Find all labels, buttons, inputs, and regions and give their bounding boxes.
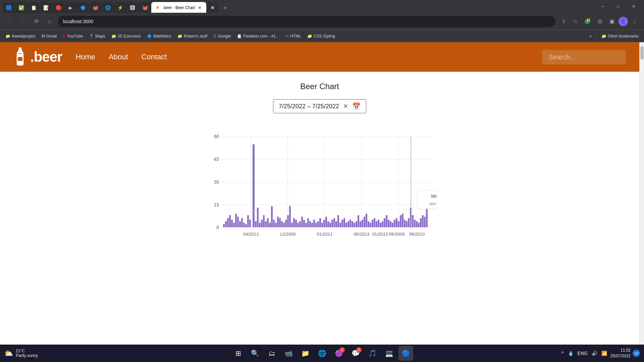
network-icon[interactable]: 📶 [600, 349, 608, 357]
start-button[interactable]: ⊞ [231, 346, 246, 361]
menu-icon[interactable]: ⋮ [629, 16, 640, 27]
system-tray-icon[interactable]: ^ [560, 349, 565, 357]
date-range-clear-button[interactable]: ✕ [343, 103, 348, 110]
beer-chart[interactable]: 0 15 30 45 60 [202, 123, 437, 241]
scrollbar-thumb[interactable] [640, 46, 644, 60]
bookmark-google[interactable]: G Google [211, 32, 233, 41]
svg-rect-62 [311, 223, 313, 228]
refresh-button[interactable]: ⟳ [31, 16, 42, 27]
bookmark-mathletics-icon: 🔷 [147, 34, 152, 39]
nav-contact[interactable]: Contact [142, 51, 167, 63]
tab-7[interactable]: 🔷 [77, 2, 89, 13]
home-button[interactable]: ⌂ [44, 16, 55, 27]
logo-bottle-icon [13, 47, 27, 67]
bookmark-maps[interactable]: 📍 Maps [86, 32, 108, 41]
svg-text:04/2013: 04/2013 [243, 232, 259, 237]
minimize-button[interactable]: ─ [595, 0, 610, 13]
bookmark-other[interactable]: 📁 Other bookmarks [599, 32, 641, 41]
date-range-calendar-icon[interactable]: 📅 [352, 102, 361, 110]
svg-rect-118 [422, 215, 424, 227]
browser-window: 🟦 ✅ 📋 📝 🔴 ▶ 🔷 🐙 🌐 ⚡ 🅰 🐙 🍺 .beer - Beer C… [0, 0, 644, 362]
page-content: .beer Home About Contact Beer Chart 7/25… [0, 42, 644, 345]
nav-home[interactable]: Home [75, 51, 95, 63]
tab-6[interactable]: ▶ [65, 2, 76, 13]
tab-1[interactable]: 🟦 [3, 2, 15, 13]
tab-3[interactable]: 📋 [28, 2, 40, 13]
tab-close-button[interactable]: ✕ [197, 5, 202, 10]
spotify-button[interactable]: 🎵 [365, 346, 380, 361]
notification-center-badge[interactable]: 10 [633, 350, 640, 357]
new-tab-button[interactable]: + [220, 3, 230, 13]
vscode-button[interactable]: 💻 [382, 346, 396, 361]
bookmark-separator [596, 33, 597, 40]
bookmark-youtube[interactable]: ▶ YouTube [60, 32, 86, 41]
extensions-icon[interactable]: 🧩 [582, 16, 593, 27]
taskbar-clock[interactable]: 11:02 25/07/2022 [610, 348, 631, 359]
other-bookmarks-icon: 📁 [601, 34, 606, 39]
profile-avatar[interactable]: 👤 [619, 17, 628, 26]
close-button[interactable]: ✕ [626, 0, 641, 13]
date-range-picker[interactable]: 7/25/2022 – 7/25/2022 ✕ 📅 [273, 99, 366, 113]
svg-rect-115 [416, 221, 418, 227]
task-view-button[interactable]: 🗂 [264, 346, 279, 361]
maximize-button[interactable]: □ [610, 0, 626, 13]
search-button[interactable]: 🔍 [248, 346, 262, 361]
bookmark-roberts-stuff[interactable]: 📁 Robert's stuff [175, 32, 210, 41]
search-input[interactable] [542, 50, 626, 64]
page-scrollbar[interactable] [639, 42, 644, 345]
svg-rect-53 [293, 218, 295, 227]
dropbox-icon[interactable]: 💧 [567, 349, 575, 357]
volume-icon[interactable]: 🔊 [590, 349, 599, 357]
bookmark-js-exercises[interactable]: 📁 JS Exercises [109, 32, 144, 41]
tab-10[interactable]: ⚡ [114, 2, 126, 13]
bookmark-pastebin[interactable]: 📋 Pastebin.com - #1... [234, 32, 282, 41]
date-range-text: 7/25/2022 – 7/25/2022 [279, 103, 339, 110]
svg-rect-57 [301, 217, 303, 228]
back-button[interactable]: ← [4, 16, 15, 27]
tab-12[interactable]: 🐙 [139, 2, 151, 13]
svg-rect-76 [339, 223, 341, 228]
svg-text:08/2010: 08/2010 [409, 232, 425, 237]
site-logo[interactable]: .beer [13, 47, 62, 67]
svg-text:0: 0 [216, 225, 219, 230]
tab-4[interactable]: 📝 [40, 2, 52, 13]
taskbar-weather[interactable]: ⛅ 21°C Partly sunny [4, 349, 38, 358]
bookmark-html[interactable]: W HTML [282, 32, 304, 41]
slack-badge: 2 [339, 347, 345, 353]
svg-rect-94 [376, 221, 377, 227]
language-icon[interactable]: ENG [576, 349, 589, 357]
share-icon[interactable]: ⇧ [558, 16, 569, 27]
sidebar-icon[interactable]: ▣ [606, 16, 617, 27]
slack-button[interactable]: 🟣 2 [331, 346, 346, 361]
tab-more[interactable]: ✖ [207, 2, 219, 13]
svg-rect-54 [295, 220, 297, 228]
chrome-button[interactable]: 🔵 [398, 346, 413, 361]
tab-8[interactable]: 🐙 [89, 2, 101, 13]
svg-rect-83 [354, 223, 355, 228]
address-input[interactable] [58, 16, 555, 27]
svg-text:15: 15 [214, 202, 219, 207]
tab-5[interactable]: 🔴 [52, 2, 64, 13]
tab-9[interactable]: 🌐 [102, 2, 114, 13]
chart-bars[interactable] [223, 137, 428, 229]
forward-button[interactable]: → [17, 16, 28, 27]
messages-button[interactable]: 💬 2 [348, 346, 363, 361]
svg-rect-101 [390, 221, 391, 227]
star-icon[interactable]: ☆ [570, 16, 581, 27]
tab-11[interactable]: 🅰 [126, 2, 139, 13]
bookmark-4weekproject[interactable]: 📁 4weekproject [3, 32, 38, 41]
svg-rect-100 [388, 220, 389, 228]
svg-rect-107 [402, 214, 404, 228]
tab-active[interactable]: 🍺 .beer - Beer Chart ✕ [151, 2, 206, 13]
nav-about[interactable]: About [109, 51, 128, 63]
tab-2[interactable]: ✅ [15, 2, 27, 13]
bookmark-css-styling[interactable]: 📁 CSS Styling [305, 32, 338, 41]
teams-button[interactable]: 📹 [281, 346, 296, 361]
split-view-icon[interactable]: ⊟ [594, 16, 605, 27]
explorer-button[interactable]: 📁 [298, 346, 313, 361]
edge-button[interactable]: 🌐 [315, 346, 329, 361]
bookmarks-more-button[interactable]: » [587, 32, 594, 41]
svg-rect-25 [235, 214, 237, 228]
bookmark-gmail[interactable]: M Gmail [39, 32, 59, 41]
bookmark-mathletics[interactable]: 🔷 Mathletics [144, 32, 174, 41]
